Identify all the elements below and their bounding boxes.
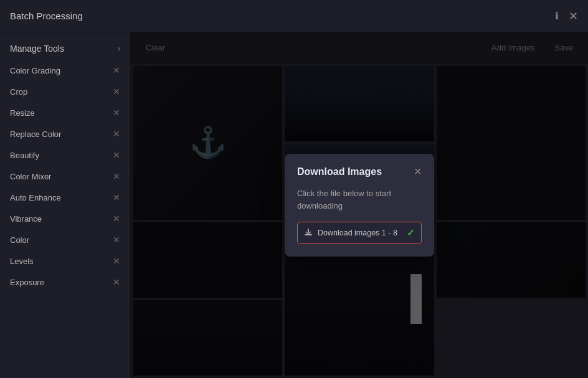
sidebar-item-color-grading[interactable]: Color Grading ✕ [0, 60, 130, 81]
sidebar-label-levels: Levels [10, 257, 34, 266]
modal-description: Click the file below to start downloadin… [297, 187, 422, 212]
remove-replace-color-icon[interactable]: ✕ [113, 129, 120, 139]
remove-resize-icon[interactable]: ✕ [113, 108, 120, 118]
sidebar-item-exposure[interactable]: Exposure ✕ [0, 272, 130, 293]
app-title: Batch Processing [10, 11, 83, 21]
sidebar-item-replace-color[interactable]: Replace Color ✕ [0, 123, 130, 144]
sidebar-label-color-grading: Color Grading [10, 66, 60, 75]
title-bar-right: ℹ ✕ [555, 10, 578, 22]
sidebar-manage-tools[interactable]: Manage Tools › [0, 37, 130, 60]
svg-rect-1 [308, 229, 309, 233]
download-images-modal: Download Images ✕ Click the file below t… [285, 154, 434, 257]
sidebar-item-crop[interactable]: Crop ✕ [0, 81, 130, 102]
sidebar-item-auto-enhance[interactable]: Auto Enhance ✕ [0, 187, 130, 208]
remove-color-icon[interactable]: ✕ [113, 235, 120, 245]
app-window: Batch Processing ℹ ✕ Manage Tools › Colo… [0, 0, 588, 378]
title-bar-left: Batch Processing [10, 11, 83, 21]
download-icon [304, 228, 313, 239]
modal-close-button[interactable]: ✕ [414, 167, 422, 177]
sidebar: Manage Tools › Color Grading ✕ Crop ✕ Re… [0, 32, 131, 378]
remove-color-mixer-icon[interactable]: ✕ [113, 171, 120, 181]
sidebar-label-vibrance: Vibrance [10, 214, 42, 224]
sidebar-item-beautify[interactable]: Beautify ✕ [0, 144, 130, 166]
sidebar-label-exposure: Exposure [10, 278, 44, 287]
sidebar-item-color[interactable]: Color ✕ [0, 229, 130, 250]
sidebar-label-color-mixer: Color Mixer [10, 172, 51, 181]
content-area: Manage Tools › Color Grading ✕ Crop ✕ Re… [0, 32, 588, 378]
sidebar-label-beautify: Beautify [10, 151, 39, 160]
remove-vibrance-icon[interactable]: ✕ [113, 214, 120, 224]
window-close-button[interactable]: ✕ [569, 11, 578, 22]
sidebar-manage-label: Manage Tools [10, 44, 64, 54]
remove-beautify-icon[interactable]: ✕ [113, 150, 120, 160]
check-icon: ✓ [407, 227, 415, 239]
remove-exposure-icon[interactable]: ✕ [113, 277, 120, 287]
modal-overlay: Download Images ✕ Click the file below t… [131, 32, 588, 378]
modal-title: Download Images [297, 166, 382, 177]
remove-crop-icon[interactable]: ✕ [113, 87, 120, 97]
sidebar-label-resize: Resize [10, 108, 35, 118]
remove-color-grading-icon[interactable]: ✕ [113, 65, 120, 75]
download-link-left: Download images 1 - 8 [304, 228, 397, 239]
manage-tools-chevron: › [118, 44, 120, 53]
info-icon[interactable]: ℹ [555, 10, 559, 22]
sidebar-item-resize[interactable]: Resize ✕ [0, 102, 130, 123]
sidebar-item-levels[interactable]: Levels ✕ [0, 250, 130, 272]
modal-header: Download Images ✕ [297, 166, 422, 177]
sidebar-label-color: Color [10, 235, 29, 245]
main-canvas: Clear Add Images Save [131, 32, 588, 378]
sidebar-item-color-mixer[interactable]: Color Mixer ✕ [0, 166, 130, 187]
sidebar-label-crop: Crop [10, 87, 27, 97]
download-link-label: Download images 1 - 8 [318, 229, 397, 237]
sidebar-label-auto-enhance: Auto Enhance [10, 193, 61, 202]
sidebar-label-replace-color: Replace Color [10, 130, 61, 139]
sidebar-item-vibrance[interactable]: Vibrance ✕ [0, 208, 130, 229]
title-bar: Batch Processing ℹ ✕ [0, 0, 588, 32]
download-link-row[interactable]: Download images 1 - 8 ✓ [297, 222, 422, 244]
remove-auto-enhance-icon[interactable]: ✕ [113, 192, 120, 202]
remove-levels-icon[interactable]: ✕ [113, 256, 120, 266]
